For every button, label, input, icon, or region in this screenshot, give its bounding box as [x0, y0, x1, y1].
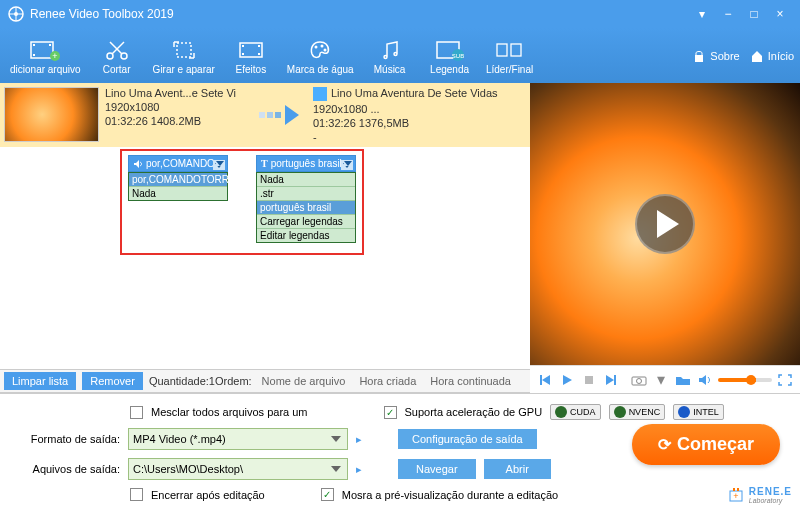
app-title: Renee Video Toolbox 2019 — [30, 7, 174, 21]
scissors-icon — [104, 36, 130, 64]
svg-point-31 — [637, 378, 642, 383]
close-button[interactable]: × — [768, 4, 792, 24]
main-toolbar: + dicionar arquivo Cortar Girar e aparar… — [0, 28, 800, 83]
svg-text:+: + — [53, 51, 58, 61]
lock-icon — [692, 49, 706, 63]
output-options: Mesclar todos arquivos para um ✓ Suporta… — [0, 393, 800, 508]
svg-rect-6 — [33, 54, 35, 56]
subtitle-track-dropdown[interactable]: Tportuguês brasil Nada .str português br… — [256, 155, 356, 243]
start-button[interactable]: ⟳ Começar — [632, 424, 780, 465]
minimize-button[interactable]: − — [716, 4, 740, 24]
shutdown-label: Encerrar após editação — [151, 489, 265, 501]
svg-rect-17 — [242, 53, 244, 55]
content-area: Lino Uma Avent...e Sete Vi 1920x1080 01:… — [0, 83, 800, 393]
preview-pane: ▾ — [530, 83, 800, 393]
play-button[interactable] — [558, 371, 576, 389]
about-link[interactable]: Sobre — [692, 49, 739, 63]
subtitle-button[interactable]: SUB Legenda — [420, 32, 480, 79]
open-folder-button[interactable] — [674, 371, 692, 389]
volume-icon[interactable] — [696, 371, 714, 389]
subtitle-option[interactable]: Editar legendas — [257, 229, 355, 242]
svg-text:SUB: SUB — [451, 53, 463, 59]
sort-by-continued[interactable]: Hora continuada — [426, 375, 515, 387]
audio-track-dropdown[interactable]: por,COMANDO por,COMANDOTORRE Nada — [128, 155, 228, 243]
merge-checkbox[interactable] — [130, 406, 143, 419]
filmstrip-plus-icon: + — [30, 36, 60, 64]
outpath-select[interactable]: C:\Users\MO\Desktop\ — [128, 458, 348, 480]
add-file-button[interactable]: + dicionar arquivo — [4, 32, 87, 79]
snapshot-button[interactable] — [630, 371, 648, 389]
palette-icon — [307, 36, 333, 64]
thumbnail — [4, 87, 99, 142]
output-duration: 01:32:26 1376,5MB — [313, 117, 498, 129]
browse-button[interactable]: Navegar — [398, 459, 476, 479]
output-name: Lino Uma Aventura De Sete Vidas — [313, 87, 498, 101]
maximize-button[interactable]: □ — [742, 4, 766, 24]
merge-label: Mesclar todos arquivos para um — [151, 406, 308, 418]
convert-arrow-icon — [251, 87, 307, 143]
menu-down-icon[interactable]: ▾ — [690, 4, 714, 24]
play-overlay-button[interactable] — [635, 194, 695, 254]
source-resolution: 1920x1080 — [105, 101, 245, 113]
svg-line-12 — [112, 42, 124, 54]
filmstrip-icon — [238, 36, 264, 64]
svg-rect-5 — [33, 44, 35, 46]
sort-by-name[interactable]: Nome de arquivo — [258, 375, 350, 387]
shutdown-checkbox[interactable] — [130, 488, 143, 501]
prev-button[interactable] — [536, 371, 554, 389]
nvenc-badge: NVENC — [609, 404, 666, 420]
audio-icon — [133, 159, 143, 169]
open-button[interactable]: Abrir — [484, 459, 551, 479]
svg-point-22 — [324, 49, 327, 52]
file-list-pane: Lino Uma Avent...e Sete Vi 1920x1080 01:… — [0, 83, 530, 393]
svg-rect-29 — [585, 376, 593, 384]
watermark-button[interactable]: Marca de água — [281, 32, 360, 79]
subtitle-option[interactable]: Nada — [257, 173, 355, 187]
brand-logo: + RENE.ELaboratory — [728, 486, 792, 504]
preview-controls: ▾ — [530, 365, 800, 393]
remove-button[interactable]: Remover — [82, 372, 143, 390]
audio-option[interactable]: Nada — [129, 187, 227, 200]
volume-slider[interactable] — [718, 378, 772, 382]
sort-by-created[interactable]: Hora criada — [355, 375, 420, 387]
fullscreen-button[interactable] — [776, 371, 794, 389]
subtitle-option[interactable]: português brasil — [257, 201, 355, 215]
gpu-checkbox[interactable]: ✓ — [384, 406, 397, 419]
svg-rect-19 — [258, 53, 260, 55]
subtitle-option[interactable]: Carregar legendas — [257, 215, 355, 229]
clear-list-button[interactable]: Limpar lista — [4, 372, 76, 390]
stop-button[interactable] — [580, 371, 598, 389]
effects-button[interactable]: Efeitos — [221, 32, 281, 79]
svg-rect-27 — [511, 44, 521, 56]
file-item[interactable]: Lino Uma Avent...e Sete Vi 1920x1080 01:… — [0, 83, 530, 147]
text-icon: T — [261, 158, 268, 169]
gpu-label: Suporta aceleração de GPU — [405, 406, 543, 418]
list-footer: Limpar lista Remover Quantidade:1Ordem: … — [0, 369, 530, 393]
next-button[interactable] — [602, 371, 620, 389]
svg-text:+: + — [733, 491, 738, 501]
svg-rect-14 — [177, 43, 191, 57]
svg-point-20 — [315, 46, 318, 49]
subtitle-option[interactable]: .str — [257, 187, 355, 201]
output-resolution: 1920x1080 ... — [313, 103, 498, 115]
output-extra: - — [313, 131, 498, 143]
outpath-more-icon[interactable]: ▸ — [356, 463, 362, 476]
svg-rect-7 — [49, 44, 51, 46]
home-link[interactable]: Início — [750, 49, 794, 63]
output-config-button[interactable]: Configuração de saída — [398, 429, 537, 449]
svg-rect-16 — [242, 45, 244, 47]
cut-button[interactable]: Cortar — [87, 32, 147, 79]
svg-rect-26 — [497, 44, 507, 56]
rotate-crop-button[interactable]: Girar e aparar — [147, 32, 221, 79]
leader-button[interactable]: Líder/Final — [480, 32, 540, 79]
preview-checkbox[interactable]: ✓ — [321, 488, 334, 501]
cuda-badge: CUDA — [550, 404, 601, 420]
music-button[interactable]: Música — [360, 32, 420, 79]
audio-option[interactable]: por,COMANDOTORRE — [129, 173, 227, 187]
format-more-icon[interactable]: ▸ — [356, 433, 362, 446]
format-select[interactable]: MP4 Video (*.mp4) — [128, 428, 348, 450]
svg-rect-18 — [258, 45, 260, 47]
edit-icon[interactable] — [313, 87, 327, 101]
intel-badge: INTEL — [673, 404, 724, 420]
refresh-icon: ⟳ — [658, 435, 671, 454]
